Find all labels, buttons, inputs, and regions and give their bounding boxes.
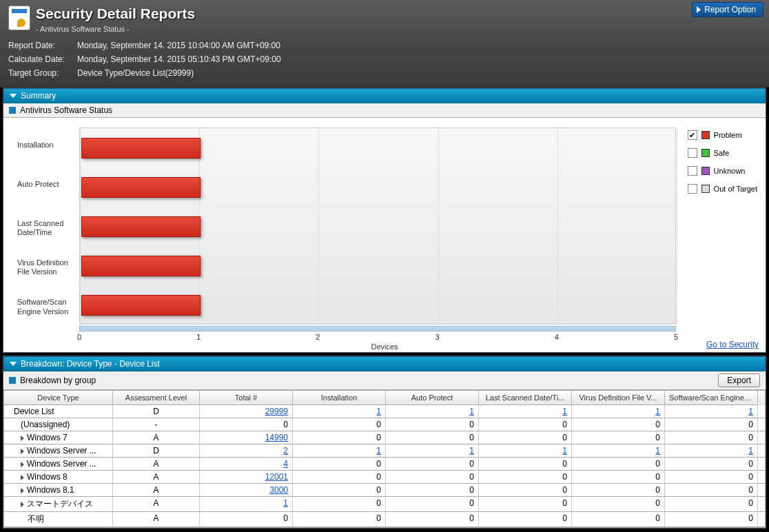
expand-icon[interactable] — [21, 475, 24, 480]
report-option-button[interactable]: Report Option — [692, 2, 763, 17]
table-row[interactable]: Device ListD2999911111 — [4, 405, 765, 418]
expand-icon[interactable] — [21, 436, 24, 441]
column-header[interactable]: Virus Definition File V... — [572, 391, 665, 405]
table-row[interactable]: Windows 8A1200100000 — [4, 471, 765, 484]
y-category-label: Last Scanned Date/Time — [3, 219, 75, 237]
table-row[interactable]: 不明A000000 — [4, 512, 765, 527]
column-header[interactable]: Device Type — [4, 391, 113, 405]
cell-value[interactable]: 1 — [386, 405, 479, 418]
legend-checkbox[interactable] — [688, 184, 697, 194]
cell-total[interactable]: 12001 — [200, 471, 293, 483]
chart-bar[interactable] — [81, 216, 201, 237]
square-icon — [9, 107, 16, 114]
chart-bar[interactable] — [81, 177, 201, 198]
column-header[interactable]: Installation — [293, 391, 386, 405]
column-header[interactable]: Assessment Level — [113, 391, 200, 405]
summary-panel: Summary Antivirus Software Status ✔Probl… — [3, 88, 766, 353]
y-category-label: Installation — [3, 141, 75, 150]
legend-swatch — [701, 185, 710, 193]
cell-assessment-level: A — [113, 458, 200, 470]
cell-value[interactable]: 1 — [293, 444, 386, 457]
legend-label: Out of Target — [714, 185, 757, 193]
cell-value: 0 — [293, 497, 386, 511]
cell-total[interactable]: 3000 — [200, 484, 293, 496]
legend-item[interactable]: Out of Target — [688, 184, 757, 194]
cell-value[interactable]: 1 — [572, 405, 665, 418]
table-row[interactable]: スマートデバイスA100000 — [4, 497, 765, 512]
table-row[interactable]: Windows 8.1A300000000 — [4, 484, 765, 497]
go-to-security-link[interactable]: Go to Security — [706, 340, 759, 349]
cell-device-type: Windows 8 — [4, 471, 113, 483]
legend-checkbox[interactable]: ✔ — [688, 130, 697, 140]
chart-legend: ✔ProblemSafeUnknownOut of Target — [688, 130, 757, 202]
cell-value[interactable]: 1 — [479, 405, 572, 418]
summary-section-header[interactable]: Summary — [3, 88, 766, 103]
chart-bar[interactable] — [81, 138, 201, 158]
chart-bar[interactable] — [81, 295, 201, 316]
summary-subheading: Antivirus Software Status — [3, 103, 766, 118]
chevron-down-icon — [10, 94, 17, 98]
cell-device-type: Device List — [4, 405, 113, 418]
expand-icon[interactable] — [21, 449, 24, 454]
cell-assessment-level: A — [113, 484, 200, 496]
meta-report-date: Report Date: Monday, September 14. 2015 … — [8, 39, 761, 52]
legend-item[interactable]: Safe — [688, 148, 757, 158]
legend-checkbox[interactable] — [688, 148, 697, 158]
chart-bar[interactable] — [81, 256, 201, 276]
legend-label: Unknown — [714, 167, 746, 175]
cell-total[interactable]: 14990 — [200, 431, 293, 444]
table-row[interactable]: (Unassigned)-000000 — [4, 418, 765, 431]
column-header[interactable]: Auto Protect — [386, 391, 479, 405]
column-header[interactable]: Last Scanned Date/Ti... — [479, 391, 572, 405]
cell-value[interactable]: 1 — [665, 444, 758, 457]
cell-value[interactable]: 1 — [479, 444, 572, 457]
summary-panel-title: Antivirus Software Status — [20, 105, 112, 115]
cell-value: 0 — [665, 418, 758, 431]
legend-item[interactable]: Unknown — [688, 166, 757, 176]
cell-value: 0 — [479, 497, 572, 511]
x-axis — [79, 326, 676, 331]
export-button[interactable]: Export — [718, 374, 760, 387]
expand-icon[interactable] — [21, 488, 24, 493]
expand-icon[interactable] — [21, 462, 24, 467]
legend-checkbox[interactable] — [688, 166, 697, 176]
cell-value[interactable]: 1 — [386, 444, 479, 457]
breakdown-table: Device TypeAssessment LevelTotal #Instal… — [3, 390, 766, 528]
cell-value: 0 — [293, 418, 386, 431]
cell-value: 0 — [572, 484, 665, 496]
expand-icon[interactable] — [21, 502, 24, 507]
table-row[interactable]: Windows 7A1499000000 — [4, 431, 765, 444]
cell-value[interactable]: 1 — [665, 405, 758, 418]
cell-total[interactable]: 1 — [200, 497, 293, 511]
legend-label: Safe — [714, 149, 730, 157]
cell-device-type: (Unassigned) — [4, 418, 113, 431]
cell-value: 0 — [665, 497, 758, 511]
cell-value: 0 — [386, 512, 479, 526]
legend-label: Problem — [714, 131, 742, 139]
cell-value: 0 — [479, 512, 572, 526]
cell-value: 0 — [386, 431, 479, 444]
legend-item[interactable]: ✔Problem — [688, 130, 757, 140]
column-header[interactable]: Software/Scan Engine V... — [665, 391, 758, 405]
column-header[interactable]: Total # — [200, 391, 293, 405]
y-category-label: Software/Scan Engine Version — [3, 298, 75, 316]
cell-value: 0 — [665, 458, 758, 470]
cell-value: 0 — [293, 512, 386, 526]
cell-total[interactable]: 2 — [200, 444, 293, 457]
cell-value: 0 — [572, 418, 665, 431]
chevron-down-icon — [10, 362, 17, 366]
cell-value: 0 — [293, 431, 386, 444]
cell-value: 0 — [386, 484, 479, 496]
breakdown-section-header[interactable]: Breakdown: Device Type - Device List — [3, 356, 766, 371]
cell-device-type: Windows 8.1 — [4, 484, 113, 496]
cell-value[interactable]: 1 — [293, 405, 386, 418]
table-row[interactable]: Windows Server ...A400000 — [4, 458, 765, 471]
y-category-label: Virus Definition File Version — [3, 258, 75, 276]
y-category-label: Auto Protect — [3, 180, 75, 189]
cell-total[interactable]: 29999 — [200, 405, 293, 418]
table-row[interactable]: Windows Server ...D211111 — [4, 444, 765, 458]
summary-section-label: Summary — [21, 91, 56, 101]
square-icon — [9, 377, 16, 384]
cell-value[interactable]: 1 — [572, 444, 665, 457]
cell-total[interactable]: 4 — [200, 458, 293, 470]
